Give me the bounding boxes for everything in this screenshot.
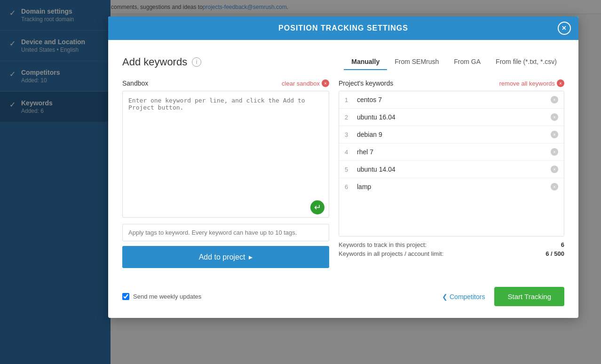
sandbox-label: Sandbox xyxy=(122,79,148,87)
tabs: ManuallyFrom SEMrushFrom GAFrom file (*.… xyxy=(344,54,564,70)
keywords-header: Add keywords i ManuallyFrom SEMrushFrom … xyxy=(122,54,564,70)
add-keywords-title: Add keywords xyxy=(122,56,187,68)
keyword-remove-button[interactable]: × xyxy=(551,96,558,103)
keyword-num: 2 xyxy=(345,114,354,121)
add-icon: ↵ xyxy=(314,202,321,213)
weekly-updates-label: Send me weekly updates xyxy=(133,293,201,300)
keyword-row: 3 debian 9 × xyxy=(339,126,564,143)
keyword-num: 4 xyxy=(345,149,354,156)
position-tracking-modal: POSITION TRACKING SETTINGS × Add keyword… xyxy=(108,16,578,318)
back-label: Competitors xyxy=(450,293,485,301)
keyword-text: debian 9 xyxy=(354,131,551,138)
modal-close-button[interactable]: × xyxy=(558,22,571,35)
limit-stat-line: Keywords in all projects / account limit… xyxy=(339,250,564,257)
keyword-row: 5 ubuntu 14.04 × xyxy=(339,161,564,178)
track-label: Keywords to track in this project: xyxy=(339,241,427,248)
keywords-list: 1 centos 7 × 2 ubuntu 16.04 × 3 debian 9… xyxy=(339,91,564,237)
tab-from-semrush[interactable]: From SEMrush xyxy=(387,54,446,70)
clear-sandbox-label: clear sandbox xyxy=(282,80,320,87)
keyword-text: rhel 7 xyxy=(354,148,551,156)
keyword-text: centos 7 xyxy=(354,96,551,103)
keyword-row: 1 centos 7 × xyxy=(339,91,564,109)
track-stat-line: Keywords to track in this project: 6 xyxy=(339,241,564,248)
weekly-updates-checkbox[interactable] xyxy=(122,293,129,300)
keyword-remove-button[interactable]: × xyxy=(551,166,558,173)
info-icon[interactable]: i xyxy=(192,57,201,67)
keywords-panel: Project's keywords remove all keywords ×… xyxy=(339,79,564,268)
add-to-project-button[interactable]: Add to project ▸ xyxy=(122,246,329,268)
back-arrow-icon: ❮ xyxy=(442,293,448,301)
sandbox-panel: Sandbox clear sandbox × ↵ Add to project… xyxy=(122,79,329,268)
keyword-text: lamp xyxy=(354,183,551,190)
remove-all-label: remove all keywords xyxy=(499,80,555,87)
tab-from-ga[interactable]: From GA xyxy=(446,54,488,70)
remove-all-icon: × xyxy=(557,79,564,87)
tab-manually[interactable]: Manually xyxy=(344,54,387,70)
textarea-wrapper: ↵ xyxy=(122,91,329,219)
keyword-num: 1 xyxy=(345,96,354,103)
weekly-update-section: Send me weekly updates xyxy=(122,293,201,300)
tab-from-file[interactable]: From file (*.txt, *.csv) xyxy=(488,54,564,70)
tags-input[interactable] xyxy=(122,224,329,241)
limit-label: Keywords in all projects / account limit… xyxy=(339,250,443,257)
add-arrow-icon: ▸ xyxy=(249,253,253,261)
close-icon: × xyxy=(562,24,567,32)
back-to-competitors-button[interactable]: ❮ Competitors xyxy=(442,293,485,301)
add-keyword-icon-button[interactable]: ↵ xyxy=(310,200,324,214)
track-value: 6 xyxy=(561,241,564,248)
keyword-row: 2 ubuntu 16.04 × xyxy=(339,109,564,126)
modal-body: Add keywords i ManuallyFrom SEMrushFrom … xyxy=(108,40,578,277)
keyword-num: 5 xyxy=(345,166,354,173)
modal-footer: Send me weekly updates ❮ Competitors Sta… xyxy=(108,277,578,318)
start-tracking-label: Start Tracking xyxy=(507,293,551,301)
remove-all-keywords-button[interactable]: remove all keywords × xyxy=(499,79,565,87)
keyword-remove-button[interactable]: × xyxy=(551,148,558,156)
sandbox-header: Sandbox clear sandbox × xyxy=(122,79,329,87)
add-to-project-label: Add to project xyxy=(199,253,245,261)
limit-value: 6 / 500 xyxy=(546,250,564,257)
keyword-remove-button[interactable]: × xyxy=(551,131,558,138)
clear-sandbox-icon: × xyxy=(322,79,329,87)
projects-keywords-title: Project's keywords xyxy=(339,79,393,87)
keyword-text: ubuntu 16.04 xyxy=(354,113,551,121)
keyword-row: 4 rhel 7 × xyxy=(339,143,564,161)
clear-sandbox-button[interactable]: clear sandbox × xyxy=(282,79,329,87)
keyword-num: 6 xyxy=(345,183,354,190)
modal-header: POSITION TRACKING SETTINGS × xyxy=(108,16,578,40)
keywords-stats: Keywords to track in this project: 6 Key… xyxy=(339,241,564,257)
keyword-remove-button[interactable]: × xyxy=(551,183,558,190)
keywords-panel-header: Project's keywords remove all keywords × xyxy=(339,79,564,87)
sandbox-textarea[interactable] xyxy=(122,91,329,218)
keyword-remove-button[interactable]: × xyxy=(551,113,558,121)
keyword-row: 6 lamp × xyxy=(339,178,564,195)
keyword-num: 3 xyxy=(345,131,354,138)
keyword-text: ubuntu 14.04 xyxy=(354,166,551,173)
modal-title: POSITION TRACKING SETTINGS xyxy=(278,24,408,32)
keywords-title-group: Add keywords i xyxy=(122,56,201,68)
content-area: Sandbox clear sandbox × ↵ Add to project… xyxy=(122,79,564,268)
start-tracking-button[interactable]: Start Tracking xyxy=(494,287,564,306)
footer-navigation: ❮ Competitors Start Tracking xyxy=(442,287,564,306)
